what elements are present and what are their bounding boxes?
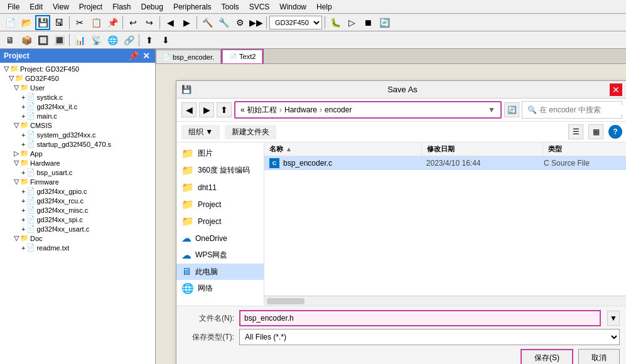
tree-it[interactable]: + 📄 gd32f4xx_it.c	[1, 102, 154, 111]
tree-main[interactable]: + 📄 main.c	[1, 111, 154, 120]
tree-root[interactable]: ▽ 📁 Project: GD32F450	[1, 64, 154, 73]
stop-btn[interactable]: ⏹	[360, 15, 375, 30]
menu-debug[interactable]: Debug	[136, 1, 168, 13]
tb2-btn8[interactable]: 🔗	[121, 33, 136, 48]
filename-input[interactable]	[239, 310, 601, 326]
filetype-select[interactable]: All Files (*.*)	[239, 329, 620, 345]
menu-help[interactable]: Help	[311, 1, 337, 13]
file-row-bsp-encoder[interactable]: C bsp_encoder.c 2023/4/10 16:44 C Source…	[264, 156, 626, 170]
sidebar-pictures[interactable]: 📁 图片	[176, 145, 264, 162]
tree-usart[interactable]: + 📄 bsp_usart.c	[1, 168, 154, 177]
menu-file[interactable]: File	[3, 1, 24, 13]
run-btn[interactable]: ▷	[344, 15, 359, 30]
tb2-btn5[interactable]: 📊	[72, 33, 87, 48]
organize-btn[interactable]: 组织 ▼	[181, 125, 220, 139]
menu-project[interactable]: Project	[74, 1, 107, 13]
filename-dropdown-btn[interactable]: ▼	[607, 311, 620, 326]
new-folder-btn[interactable]: 新建文件夹	[225, 125, 276, 139]
tree-gpio[interactable]: + 📄 gd32f4xx_gpio.c	[1, 186, 154, 196]
redo-btn[interactable]: ↪	[142, 15, 157, 30]
tree-gd32[interactable]: ▽ 📁 GD32F450	[1, 73, 154, 83]
tree-hardware[interactable]: ▽ 📁 Hardware	[1, 158, 154, 168]
project-close-btn[interactable]: ✕	[141, 51, 151, 61]
build-btn[interactable]: 🔨	[200, 15, 215, 30]
menu-window[interactable]: Window	[274, 1, 311, 13]
new-file-btn[interactable]: 📄	[3, 15, 18, 30]
project-pin-btn[interactable]: 📌	[127, 51, 140, 61]
save-all-btn[interactable]: 🖫	[51, 15, 67, 30]
col-type[interactable]: 类型	[543, 142, 626, 156]
search-input[interactable]	[539, 105, 626, 114]
undo-btn[interactable]: ↩	[126, 15, 141, 30]
cut-btn[interactable]: ✂	[72, 15, 87, 30]
build3-btn[interactable]: ⚙	[232, 15, 247, 30]
save-dialog-btn[interactable]: 保存(S)	[521, 349, 573, 364]
copy-btn[interactable]: 📋	[89, 15, 104, 30]
hscroll-thumb[interactable]	[267, 298, 305, 304]
cancel-dialog-btn[interactable]: 取消	[578, 349, 620, 364]
menu-svcs[interactable]: SVCS	[244, 1, 275, 13]
sidebar-onedrive[interactable]: ☁ OneDrive	[176, 230, 264, 247]
tb2-btn6[interactable]: 📡	[89, 33, 104, 48]
sidebar-project2[interactable]: 📁 Project	[176, 213, 264, 230]
sidebar-thispc[interactable]: 🖥 此电脑	[176, 264, 264, 280]
search-box[interactable]: 🔍	[522, 101, 622, 119]
tb2-btn3[interactable]: 🔲	[35, 33, 50, 48]
sidebar-network[interactable]: 🌐 网络	[176, 280, 264, 297]
hscroll[interactable]	[264, 296, 626, 306]
tree-user[interactable]: ▽ 📁 User	[1, 83, 154, 92]
breadcrumb-dropdown-icon[interactable]: ▼	[488, 105, 495, 114]
sidebar-dht11[interactable]: 📁 dht11	[176, 179, 264, 196]
dialog-close-btn[interactable]: ✕	[610, 83, 622, 96]
menu-flash[interactable]: Flash	[107, 1, 136, 13]
menu-view[interactable]: View	[48, 1, 74, 13]
tree-cmsis[interactable]: ▽ 📁 CMSIS	[1, 120, 154, 130]
target-dropdown[interactable]: GD32F450	[269, 16, 322, 29]
tb2-btn9[interactable]: ⬆	[142, 33, 157, 48]
open-file-btn[interactable]: 📂	[19, 15, 34, 30]
col-date[interactable]: 修改日期	[422, 142, 543, 156]
menu-tools[interactable]: Tools	[217, 1, 244, 13]
tb2-btn10[interactable]: ⬇	[158, 33, 173, 48]
help-btn[interactable]: ?	[608, 125, 622, 139]
tree-misc[interactable]: + 📄 gd32f4xx_misc.c	[1, 205, 154, 215]
tb2-btn7[interactable]: 🌐	[105, 33, 120, 48]
tb2-btn1[interactable]: 🖥	[3, 33, 18, 48]
save-btn[interactable]: 💾	[35, 15, 50, 30]
col-name[interactable]: 名称 ▲	[264, 142, 422, 156]
tree-system[interactable]: + 📄 system_gd32f4xx.c	[1, 130, 154, 139]
sidebar-project1[interactable]: 📁 Project	[176, 196, 264, 213]
tb2-btn2[interactable]: 📦	[19, 33, 34, 48]
nav-up-btn[interactable]: ⬆	[217, 102, 232, 117]
sidebar-wps[interactable]: ☁ WPS网盘	[176, 247, 264, 264]
tab-bsp-encoder[interactable]: 📄 bsp_encoder.	[156, 50, 221, 63]
menu-peripherals[interactable]: Peripherals	[168, 1, 217, 13]
tree-systick[interactable]: + 📄 systick.c	[1, 92, 154, 102]
tree-startup[interactable]: + 📄 startup_gd32f450_470.s	[1, 139, 154, 149]
tab-text2[interactable]: 📄 Text2	[222, 50, 262, 63]
nav-back-btn[interactable]: ◀	[181, 102, 197, 117]
view-mode-btn[interactable]: ☰	[568, 124, 583, 139]
tree-app[interactable]: ▷ 📁 App	[1, 149, 154, 158]
back-btn[interactable]: ◀	[163, 15, 178, 30]
tb2-btn4[interactable]: 🔳	[51, 33, 67, 48]
tree-usart2[interactable]: + 📄 gd32f4xx_usart.c	[1, 224, 154, 233]
build2-btn[interactable]: 🔧	[216, 15, 231, 30]
nav-fwd-btn[interactable]: ▶	[199, 102, 214, 117]
build4-btn[interactable]: ▶▶	[249, 15, 264, 30]
debug-btn[interactable]: 🐛	[328, 15, 343, 30]
tree-spi[interactable]: + 📄 gd32f4xx_spi.c	[1, 215, 154, 224]
sidebar-360[interactable]: 📁 360度 旋转编码	[176, 162, 264, 179]
tree-readme[interactable]: + 📄 readme.txt	[1, 243, 154, 252]
breadcrumb-bar[interactable]: « 初始工程 › Hardware › encoder ▼	[234, 101, 502, 119]
paste-btn[interactable]: 📌	[105, 15, 120, 30]
tab-icon-bsp: 📄	[163, 53, 170, 60]
menu-edit[interactable]: Edit	[24, 1, 48, 13]
reset-btn[interactable]: 🔄	[377, 15, 392, 30]
tree-doc[interactable]: ▽ 📁 Doc	[1, 233, 154, 243]
tree-rcu[interactable]: + 📄 gd32f4xx_rcu.c	[1, 196, 154, 205]
nav-refresh-btn[interactable]: 🔄	[504, 102, 519, 117]
view-mode-btn2[interactable]: ▦	[588, 124, 603, 139]
fwd-btn[interactable]: ▶	[179, 15, 194, 30]
tree-firmware[interactable]: ▽ 📁 Firmware	[1, 177, 154, 186]
